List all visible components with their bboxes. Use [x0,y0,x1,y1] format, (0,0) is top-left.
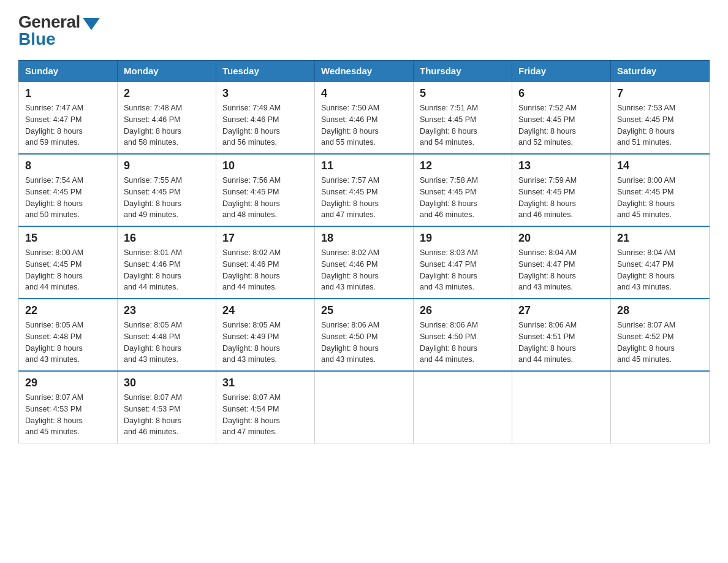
day-number: 19 [420,232,506,245]
day-info: Sunrise: 7:51 AM Sunset: 4:45 PM Dayligh… [420,102,506,148]
calendar-cell: 10 Sunrise: 7:56 AM Sunset: 4:45 PM Dayl… [216,154,315,226]
calendar-cell: 23 Sunrise: 8:05 AM Sunset: 4:48 PM Dayl… [118,299,216,371]
calendar-cell: 21 Sunrise: 8:04 AM Sunset: 4:47 PM Dayl… [611,226,710,299]
day-info: Sunrise: 8:07 AM Sunset: 4:54 PM Dayligh… [222,392,308,438]
day-info: Sunrise: 8:02 AM Sunset: 4:46 PM Dayligh… [222,247,308,293]
day-info: Sunrise: 8:02 AM Sunset: 4:46 PM Dayligh… [321,247,407,293]
day-info: Sunrise: 8:00 AM Sunset: 4:45 PM Dayligh… [617,175,703,221]
day-number: 22 [25,304,111,317]
col-header-tuesday: Tuesday [216,61,315,82]
calendar-cell: 26 Sunrise: 8:06 AM Sunset: 4:50 PM Dayl… [414,299,512,371]
day-info: Sunrise: 8:00 AM Sunset: 4:45 PM Dayligh… [25,247,111,293]
calendar-week-row: 15 Sunrise: 8:00 AM Sunset: 4:45 PM Dayl… [19,226,710,299]
calendar-week-row: 22 Sunrise: 8:05 AM Sunset: 4:48 PM Dayl… [19,299,710,371]
day-info: Sunrise: 8:01 AM Sunset: 4:46 PM Dayligh… [124,247,210,293]
day-number: 2 [124,87,210,100]
col-header-sunday: Sunday [19,61,118,82]
day-info: Sunrise: 8:03 AM Sunset: 4:47 PM Dayligh… [420,247,506,293]
day-number: 24 [222,304,308,317]
day-info: Sunrise: 8:06 AM Sunset: 4:50 PM Dayligh… [420,320,506,366]
day-info: Sunrise: 8:04 AM Sunset: 4:47 PM Dayligh… [617,247,703,293]
day-number: 29 [25,377,111,389]
day-number: 21 [617,232,703,245]
day-number: 1 [25,87,111,100]
calendar-week-row: 1 Sunrise: 7:47 AM Sunset: 4:47 PM Dayli… [19,82,710,154]
calendar-week-row: 29 Sunrise: 8:07 AM Sunset: 4:53 PM Dayl… [19,371,710,443]
calendar-cell: 15 Sunrise: 8:00 AM Sunset: 4:45 PM Dayl… [19,226,118,299]
calendar-cell: 6 Sunrise: 7:52 AM Sunset: 4:45 PM Dayli… [512,82,611,154]
day-info: Sunrise: 7:58 AM Sunset: 4:45 PM Dayligh… [420,175,506,221]
calendar-cell: 27 Sunrise: 8:06 AM Sunset: 4:51 PM Dayl… [512,299,611,371]
day-info: Sunrise: 7:50 AM Sunset: 4:46 PM Dayligh… [321,102,407,148]
day-number: 31 [222,377,308,389]
calendar-cell [315,371,414,443]
day-number: 13 [518,159,604,172]
day-number: 18 [321,232,407,245]
day-info: Sunrise: 7:53 AM Sunset: 4:45 PM Dayligh… [617,102,703,148]
day-number: 26 [420,304,506,317]
col-header-saturday: Saturday [611,61,710,82]
logo-arrow-icon [83,18,100,30]
calendar-cell: 8 Sunrise: 7:54 AM Sunset: 4:45 PM Dayli… [19,154,118,226]
day-number: 12 [420,159,506,172]
calendar-cell: 30 Sunrise: 8:07 AM Sunset: 4:53 PM Dayl… [118,371,216,443]
calendar-cell: 14 Sunrise: 8:00 AM Sunset: 4:45 PM Dayl… [611,154,710,226]
calendar-cell: 20 Sunrise: 8:04 AM Sunset: 4:47 PM Dayl… [512,226,611,299]
day-info: Sunrise: 8:05 AM Sunset: 4:48 PM Dayligh… [124,320,210,366]
calendar-cell: 28 Sunrise: 8:07 AM Sunset: 4:52 PM Dayl… [611,299,710,371]
day-info: Sunrise: 7:55 AM Sunset: 4:45 PM Dayligh… [124,175,210,221]
calendar-cell: 9 Sunrise: 7:55 AM Sunset: 4:45 PM Dayli… [118,154,216,226]
day-info: Sunrise: 7:49 AM Sunset: 4:46 PM Dayligh… [222,102,308,148]
calendar-cell: 16 Sunrise: 8:01 AM Sunset: 4:46 PM Dayl… [118,226,216,299]
col-header-monday: Monday [118,61,216,82]
day-number: 11 [321,159,407,172]
calendar-cell: 25 Sunrise: 8:06 AM Sunset: 4:50 PM Dayl… [315,299,414,371]
day-info: Sunrise: 8:05 AM Sunset: 4:48 PM Dayligh… [25,320,111,366]
day-number: 30 [124,377,210,389]
day-info: Sunrise: 7:52 AM Sunset: 4:45 PM Dayligh… [518,102,604,148]
day-info: Sunrise: 7:48 AM Sunset: 4:46 PM Dayligh… [124,102,210,148]
day-number: 28 [617,304,703,317]
day-number: 23 [124,304,210,317]
day-info: Sunrise: 7:59 AM Sunset: 4:45 PM Dayligh… [518,175,604,221]
page-header: General Blue [18,12,710,49]
calendar-cell: 7 Sunrise: 7:53 AM Sunset: 4:45 PM Dayli… [611,82,710,154]
day-info: Sunrise: 7:47 AM Sunset: 4:47 PM Dayligh… [25,102,111,148]
calendar-cell: 13 Sunrise: 7:59 AM Sunset: 4:45 PM Dayl… [512,154,611,226]
calendar-cell: 5 Sunrise: 7:51 AM Sunset: 4:45 PM Dayli… [414,82,512,154]
day-number: 25 [321,304,407,317]
day-number: 27 [518,304,604,317]
calendar-cell: 22 Sunrise: 8:05 AM Sunset: 4:48 PM Dayl… [19,299,118,371]
logo-blue-text: Blue [18,29,56,49]
day-number: 15 [25,232,111,245]
calendar-cell: 17 Sunrise: 8:02 AM Sunset: 4:46 PM Dayl… [216,226,315,299]
calendar-cell [414,371,512,443]
day-info: Sunrise: 8:07 AM Sunset: 4:53 PM Dayligh… [25,392,111,438]
day-info: Sunrise: 7:56 AM Sunset: 4:45 PM Dayligh… [222,175,308,221]
day-info: Sunrise: 7:54 AM Sunset: 4:45 PM Dayligh… [25,175,111,221]
calendar-cell [611,371,710,443]
calendar-cell: 29 Sunrise: 8:07 AM Sunset: 4:53 PM Dayl… [19,371,118,443]
day-number: 20 [518,232,604,245]
day-info: Sunrise: 8:06 AM Sunset: 4:51 PM Dayligh… [518,320,604,366]
day-number: 17 [222,232,308,245]
col-header-thursday: Thursday [414,61,512,82]
day-number: 3 [222,87,308,100]
day-number: 4 [321,87,407,100]
day-number: 10 [222,159,308,172]
day-number: 7 [617,87,703,100]
calendar-cell: 12 Sunrise: 7:58 AM Sunset: 4:45 PM Dayl… [414,154,512,226]
calendar-cell: 1 Sunrise: 7:47 AM Sunset: 4:47 PM Dayli… [19,82,118,154]
day-number: 16 [124,232,210,245]
day-info: Sunrise: 7:57 AM Sunset: 4:45 PM Dayligh… [321,175,407,221]
calendar-cell: 2 Sunrise: 7:48 AM Sunset: 4:46 PM Dayli… [118,82,216,154]
calendar-cell: 3 Sunrise: 7:49 AM Sunset: 4:46 PM Dayli… [216,82,315,154]
calendar-week-row: 8 Sunrise: 7:54 AM Sunset: 4:45 PM Dayli… [19,154,710,226]
day-info: Sunrise: 8:07 AM Sunset: 4:52 PM Dayligh… [617,320,703,366]
day-info: Sunrise: 8:06 AM Sunset: 4:50 PM Dayligh… [321,320,407,366]
day-info: Sunrise: 8:07 AM Sunset: 4:53 PM Dayligh… [124,392,210,438]
day-number: 9 [124,159,210,172]
calendar-cell: 4 Sunrise: 7:50 AM Sunset: 4:46 PM Dayli… [315,82,414,154]
day-number: 6 [518,87,604,100]
calendar-cell: 11 Sunrise: 7:57 AM Sunset: 4:45 PM Dayl… [315,154,414,226]
